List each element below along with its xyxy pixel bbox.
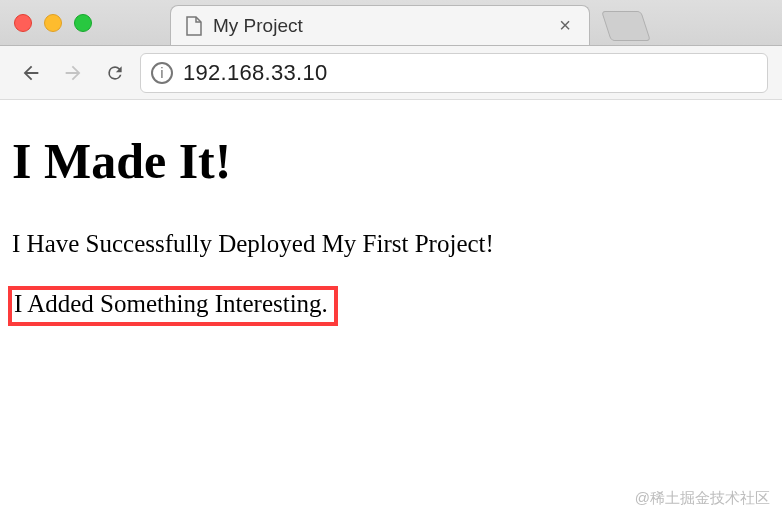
forward-button[interactable]: [56, 56, 90, 90]
tab-strip-area: My Project ×: [0, 0, 782, 46]
address-bar[interactable]: i 192.168.33.10: [140, 53, 768, 93]
page-paragraph-1: I Have Successfully Deployed My First Pr…: [12, 230, 770, 258]
tab-title: My Project: [213, 15, 545, 37]
browser-tab[interactable]: My Project ×: [170, 5, 590, 45]
back-button[interactable]: [14, 56, 48, 90]
page-content: I Made It! I Have Successfully Deployed …: [0, 100, 782, 386]
window-controls: [14, 14, 92, 32]
watermark-text: @稀土掘金技术社区: [635, 489, 770, 508]
url-text: 192.168.33.10: [183, 60, 328, 86]
close-tab-button[interactable]: ×: [555, 14, 575, 37]
site-info-icon[interactable]: i: [151, 62, 173, 84]
fullscreen-window-button[interactable]: [74, 14, 92, 32]
new-tab-button[interactable]: [601, 11, 651, 41]
toolbar: i 192.168.33.10: [0, 46, 782, 100]
page-heading: I Made It!: [12, 132, 770, 190]
tab-strip: My Project ×: [170, 0, 646, 45]
minimize-window-button[interactable]: [44, 14, 62, 32]
highlight-annotation: I Added Something Interesting.: [8, 286, 338, 326]
page-paragraph-2: I Added Something Interesting.: [12, 286, 770, 326]
reload-button[interactable]: [98, 56, 132, 90]
close-window-button[interactable]: [14, 14, 32, 32]
page-icon: [185, 16, 203, 36]
